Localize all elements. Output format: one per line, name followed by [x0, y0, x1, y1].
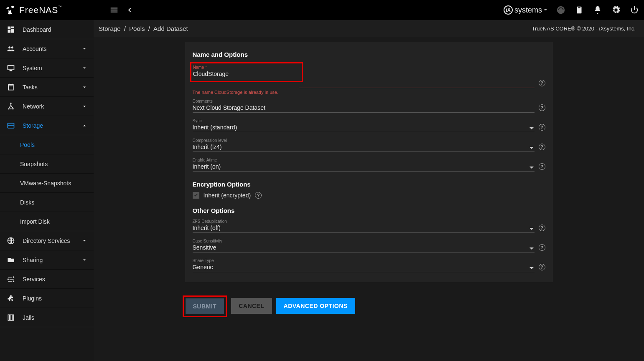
help-icon[interactable]: ?: [255, 192, 262, 199]
sync-select[interactable]: Inherit (standard): [193, 123, 535, 131]
atime-label: Enable Atime: [193, 158, 535, 162]
copyright-text: TrueNAS CORE® © 2020 - iXsystems, Inc.: [532, 25, 636, 32]
chevron-down-icon: [82, 85, 87, 90]
atime-select[interactable]: Inherit (on): [193, 162, 535, 170]
svg-point-3: [12, 108, 13, 109]
storage-icon: [7, 121, 15, 130]
breadcrumb-item[interactable]: Pools: [129, 25, 145, 32]
content-area: Storage / Pools / Add Dataset TrueNAS CO…: [94, 20, 644, 361]
sidebar-item-label: Tasks: [23, 84, 74, 91]
comments-input[interactable]: [193, 104, 535, 111]
check-icon: [193, 193, 199, 198]
sidebar-item-label: Services: [23, 276, 87, 283]
plugins-icon: [7, 294, 15, 303]
sidebar-item-pools[interactable]: Pools: [0, 135, 94, 154]
help-icon[interactable]: ?: [539, 264, 545, 270]
accounts-icon: [7, 45, 15, 53]
sidebar-item-jails[interactable]: Jails: [0, 308, 94, 327]
truecommand-icon[interactable]: [556, 5, 565, 15]
chevron-down-icon: [529, 267, 534, 269]
advanced-options-button[interactable]: Advanced Options: [276, 298, 355, 314]
svg-point-2: [8, 108, 9, 109]
share-select[interactable]: Generic: [193, 263, 535, 271]
brand-text: FreeNAS™: [19, 5, 62, 15]
chevron-down-icon: [82, 257, 87, 263]
jails-icon: [7, 313, 15, 322]
services-icon: [7, 275, 15, 283]
bell-icon[interactable]: [593, 5, 602, 15]
comments-label: Comments: [193, 99, 535, 104]
chevron-down-icon: [529, 247, 534, 250]
chevron-down-icon: [529, 127, 534, 129]
sidebar-item-label: Jails: [23, 314, 87, 321]
case-select[interactable]: Sensitive: [193, 243, 535, 251]
topbar: FreeNAS™ iXsystems™: [0, 0, 644, 20]
gear-icon[interactable]: [611, 5, 621, 15]
inherit-encrypted-checkbox[interactable]: [193, 192, 199, 199]
sidebar-item-label: Disks: [20, 199, 87, 206]
sidebar-item-accounts[interactable]: Accounts: [0, 39, 94, 58]
sidebar-item-import-disk[interactable]: Import Disk: [0, 212, 94, 231]
dedup-select[interactable]: Inherit (off): [193, 224, 535, 232]
sidebar-item-label: Import Disk: [20, 218, 87, 225]
help-icon[interactable]: ?: [539, 104, 545, 111]
sidebar-item-sharing[interactable]: Sharing: [0, 250, 94, 270]
name-label: Name *: [193, 65, 300, 70]
inherit-encrypted-label: Inherit (encrypted): [204, 192, 251, 199]
sidebar-item-label: Plugins: [23, 295, 87, 302]
help-icon[interactable]: ?: [539, 124, 545, 131]
breadcrumb-item[interactable]: Storage: [99, 25, 121, 32]
sidebar-item-label: Network: [23, 103, 74, 110]
sidebar-item-label: Snapshots: [20, 161, 87, 167]
sidebar-item-label: Sharing: [23, 257, 74, 263]
sidebar-item-plugins[interactable]: Plugins: [0, 289, 94, 308]
dashboard-icon: [7, 25, 15, 34]
sidebar-item-services[interactable]: Services: [0, 270, 94, 289]
breadcrumb-item: Add Dataset: [153, 25, 188, 32]
dirsvc-icon: [7, 237, 15, 245]
help-icon[interactable]: ?: [539, 163, 545, 170]
svg-point-5: [13, 276, 14, 278]
case-label: Case Sensitivity: [193, 239, 535, 243]
sidebar-item-system[interactable]: System: [0, 58, 94, 78]
cancel-button[interactable]: Cancel: [231, 298, 272, 314]
help-icon[interactable]: ?: [539, 225, 545, 231]
breadcrumb-row: Storage / Pools / Add Dataset TrueNAS CO…: [94, 20, 644, 37]
app-logo: FreeNAS™: [5, 5, 94, 15]
chevron-down-icon: [82, 104, 87, 109]
sync-label: Sync: [193, 119, 535, 123]
sidebar-item-snapshots[interactable]: Snapshots: [0, 154, 94, 174]
sidebar-item-label: System: [23, 65, 74, 71]
help-icon[interactable]: ?: [539, 144, 545, 150]
sidebar-item-vmware-snapshots[interactable]: VMware-Snapshots: [0, 174, 94, 193]
menu-icon[interactable]: [109, 5, 119, 15]
submit-button[interactable]: Submit: [186, 298, 224, 314]
sidebar-item-label: Storage: [23, 122, 74, 129]
sidebar-item-network[interactable]: Network: [0, 97, 94, 116]
chevron-down-icon: [82, 66, 87, 71]
clipboard-icon[interactable]: [575, 5, 584, 15]
help-icon[interactable]: ?: [539, 244, 545, 251]
ixsystems-logo[interactable]: iXsystems™: [504, 5, 547, 15]
sidebar-item-dashboard[interactable]: Dashboard: [0, 20, 94, 39]
dedup-label: ZFS Deduplication: [193, 219, 535, 224]
compression-label: Compression level: [193, 138, 535, 143]
help-icon[interactable]: ?: [539, 80, 545, 86]
sidebar-item-directory-services[interactable]: Directory Services: [0, 231, 94, 250]
back-icon[interactable]: [126, 5, 133, 15]
sidebar-item-storage[interactable]: Storage: [0, 116, 94, 135]
sidebar-item-tasks[interactable]: Tasks: [0, 78, 94, 97]
network-icon: [7, 102, 15, 111]
sidebar-item-disks[interactable]: Disks: [0, 193, 94, 212]
power-icon[interactable]: [630, 5, 639, 15]
breadcrumb: Storage / Pools / Add Dataset: [98, 25, 189, 32]
chevron-down-icon: [529, 147, 534, 149]
share-label: Share Type: [193, 258, 535, 263]
name-input[interactable]: [193, 70, 300, 78]
tasks-icon: [7, 83, 15, 91]
sidebar-item-label: VMware-Snapshots: [20, 180, 87, 187]
compression-select[interactable]: Inherit (lz4): [193, 143, 535, 151]
chevron-up-icon: [82, 123, 87, 128]
svg-point-1: [10, 102, 11, 104]
section-other: Other Options: [193, 207, 545, 214]
